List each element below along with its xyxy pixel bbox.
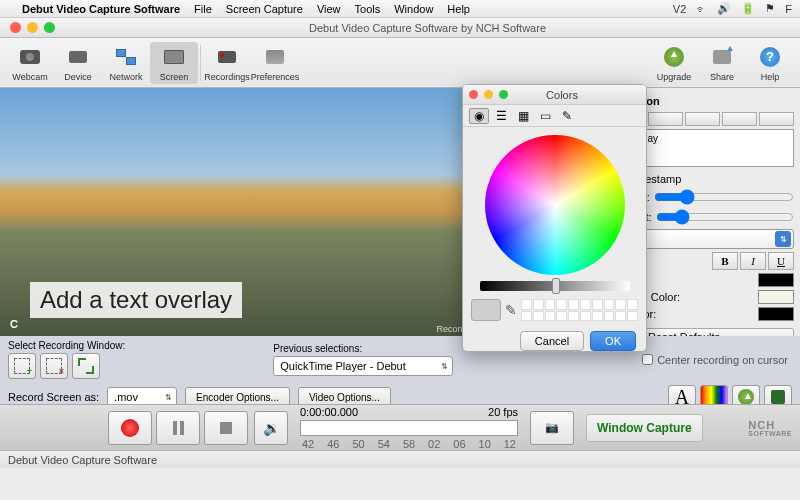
disk-icon [771,390,785,404]
upgrade-icon [664,47,684,67]
center-cursor-checkbox[interactable] [642,354,653,365]
zoom-button[interactable] [44,22,55,33]
recordings-button[interactable]: Recordings [203,42,251,84]
status-bar: Debut Video Capture Software [0,450,800,468]
select-window-remove-button[interactable]: × [40,353,68,379]
italic-button[interactable]: I [740,252,766,270]
underline-button[interactable]: U [768,252,794,270]
current-color-swatch[interactable] [471,299,501,321]
center-cursor-label: Center recording on cursor [657,354,788,366]
color-spectrum-tab[interactable]: ▭ [535,108,555,124]
main-toolbar: Webcam Device Network Screen Recordings … [0,38,800,88]
menu-window[interactable]: Window [394,3,433,15]
record-button[interactable] [108,411,152,445]
picker-title: Colors [508,89,646,101]
select-window-add-button[interactable]: + [8,353,36,379]
speaker-icon: 🔉 [263,420,280,436]
fps-display: 20 fps [488,406,518,418]
menu-screen-capture[interactable]: Screen Capture [226,3,303,15]
app-menu[interactable]: Debut Video Capture Software [22,3,180,15]
transport-bar: 🔉 0:00:00.00020 fps 424650545802061012 📷… [0,404,800,450]
text-color-swatch[interactable] [758,273,794,287]
record-as-label: Record Screen as: [8,391,99,403]
align-btn-3[interactable] [648,112,683,126]
status-text: Debut Video Capture Software [8,454,157,466]
snapshot-button[interactable]: 📷 [530,411,574,445]
preferences-button[interactable]: Preferences [251,42,299,84]
align-btn-6[interactable] [759,112,794,126]
timeline[interactable]: 0:00:00.00020 fps 424650545802061012 [294,406,524,450]
align-btn-5[interactable] [722,112,757,126]
overlay-text-preview: Add a text overlay [30,282,242,318]
window-titlebar: Debut Video Capture Software by NCH Soft… [0,18,800,38]
stop-button[interactable] [204,411,248,445]
chevron-updown-icon: ⇅ [165,393,172,402]
picker-minimize-button[interactable] [484,90,493,99]
ok-button[interactable]: OK [590,331,636,351]
vnc-icon[interactable]: V2 [673,3,686,15]
flag-icon[interactable]: ⚑ [765,2,775,15]
minimize-button[interactable] [27,22,38,33]
upgrade-button[interactable]: Upgrade [650,42,698,84]
eyedropper-icon[interactable]: ✎ [505,302,517,318]
share-icon [713,50,731,64]
device-button[interactable]: Device [54,42,102,84]
lower-controls: Select Recording Window: + × Previous se… [0,336,800,404]
network-button[interactable]: Network [102,42,150,84]
margin-percent-slider[interactable] [656,209,794,225]
brightness-slider[interactable] [480,281,630,291]
color-crayons-tab[interactable]: ✎ [557,108,577,124]
help-button[interactable]: ?Help [746,42,794,84]
nch-logo: NCHSOFTWARE [748,418,792,436]
outline-color-swatch[interactable] [758,307,794,321]
color-palette-tab[interactable]: ▦ [513,108,533,124]
screen-icon [164,50,184,64]
globe-icon [738,389,754,405]
bold-button[interactable]: B [712,252,738,270]
close-button[interactable] [10,22,21,33]
device-icon [69,51,87,63]
swatch-grid[interactable] [521,299,638,321]
color-wheel-tab[interactable]: ◉ [469,108,489,124]
fullscreen-icon[interactable]: F [785,3,792,15]
pause-button[interactable] [156,411,200,445]
height-percent-slider[interactable] [654,189,794,205]
picker-zoom-button[interactable] [499,90,508,99]
chevron-updown-icon: ⇅ [775,231,791,247]
color-sliders-tab[interactable]: ☰ [491,108,511,124]
picker-close-button[interactable] [469,90,478,99]
chevron-updown-icon: ⇅ [441,362,448,371]
menu-file[interactable]: File [194,3,212,15]
previous-selections-label: Previous selections: [273,343,453,354]
color-wheel[interactable] [485,135,625,275]
corner-marker: C [10,318,18,330]
select-fullscreen-button[interactable] [72,353,100,379]
volume-icon[interactable]: 🔊 [717,2,731,15]
background-color-swatch[interactable] [758,290,794,304]
webcam-button[interactable]: Webcam [6,42,54,84]
screen-button[interactable]: Screen [150,42,198,84]
mac-menubar: Debut Video Capture Software File Screen… [0,0,800,18]
menu-view[interactable]: View [317,3,341,15]
align-btn-4[interactable] [685,112,720,126]
camera-icon: 📷 [545,421,559,434]
menu-help[interactable]: Help [447,3,470,15]
timecode: 0:00:00.000 [300,406,358,418]
menu-tools[interactable]: Tools [355,3,381,15]
cancel-button[interactable]: Cancel [520,331,584,351]
pause-icon [173,421,184,435]
audio-button[interactable]: 🔉 [254,411,288,445]
preferences-icon [266,50,284,64]
share-button[interactable]: Share [698,42,746,84]
window-title: Debut Video Capture Software by NCH Soft… [55,22,800,34]
recordings-icon [218,51,236,63]
color-picker-window: Colors ◉ ☰ ▦ ▭ ✎ ✎ Cancel OK [462,84,647,352]
previous-selections-combo[interactable]: QuickTime Player - Debut⇅ [273,356,453,376]
battery-icon[interactable]: 🔋 [741,2,755,15]
color-crosshair-icon [550,200,560,210]
toolbar-divider [200,45,201,81]
webcam-icon [20,50,40,64]
help-icon: ? [760,47,780,67]
wifi-icon[interactable]: ᯤ [696,3,707,15]
network-icon [116,49,136,65]
